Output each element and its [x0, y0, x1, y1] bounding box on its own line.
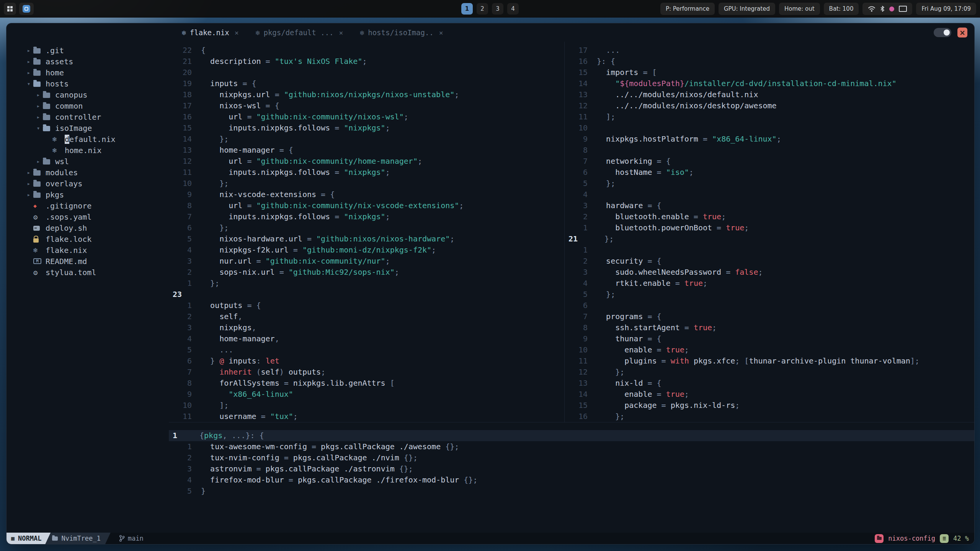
code-line[interactable]: 14 "${modulesPath}/installer/cd-dvd/inst…	[565, 78, 974, 89]
workspace-3[interactable]: 3	[492, 3, 503, 15]
code-line[interactable]: 10 ];	[169, 400, 564, 411]
code-line[interactable]: 16 };	[565, 411, 974, 422]
close-window-button[interactable]: ×	[957, 28, 967, 37]
code-line[interactable]: 13 ../../modules/nixos/default.nix	[565, 89, 974, 100]
tree-item-overlays[interactable]: ▸overlays	[7, 178, 169, 189]
code-line[interactable]: 15 package = pkgs.nix-ld-rs;	[565, 400, 974, 411]
code-line[interactable]: 6 };	[169, 222, 564, 233]
code-line[interactable]: 7 networking = {	[565, 156, 974, 167]
tree-item-flake-lock[interactable]: flake.lock	[7, 233, 169, 245]
code-line[interactable]: 3 sudo.wheelNeedsPassword = false;	[565, 267, 974, 278]
code-line[interactable]: 7 inputs.nixpkgs.follows = "nixpkgs";	[169, 211, 564, 222]
workspace-2[interactable]: 2	[477, 3, 488, 15]
code-line[interactable]: 6 hostName = "iso";	[565, 167, 974, 178]
code-line[interactable]: 8 forAllSystems = nixpkgs.lib.genAttrs [	[169, 378, 564, 389]
code-line[interactable]: 2 tux-nvim-config = pkgs.callPackage ./n…	[169, 452, 974, 463]
code-line[interactable]: 9 "x86_64-linux"	[169, 389, 564, 400]
tree-item-gitignore[interactable]: ◆.gitignore	[7, 200, 169, 211]
code-line[interactable]: 1 outputs = {	[169, 300, 564, 311]
code-line[interactable]: 8 ssh.startAgent = true;	[565, 322, 974, 333]
code-line[interactable]: 1 };	[169, 278, 564, 289]
tree-item-common[interactable]: ▸common	[7, 100, 169, 111]
code-line[interactable]: 10 enable = true;	[565, 344, 974, 355]
code-line[interactable]: 15 imports = [	[565, 67, 974, 78]
tree-item-canopus[interactable]: ▸canopus	[7, 89, 169, 100]
code-line[interactable]: 8	[565, 145, 974, 156]
editor-pane-flake[interactable]: 22{21 description = "tux's NixOS Flake";…	[169, 42, 565, 422]
tree-item-default-nix[interactable]: ❄default.nix	[7, 134, 169, 145]
code-line[interactable]: 4 firefox-mod-blur = pkgs.callPackage ./…	[169, 474, 974, 486]
editor-pane-isoimage[interactable]: 17 ...16}: {15 imports = [14 "${modulesP…	[565, 42, 974, 422]
code-line[interactable]: 12 ../../modules/nixos/desktop/awesome	[565, 100, 974, 111]
code-line[interactable]: 5 ...	[169, 344, 564, 355]
code-line[interactable]: 8 url = "github:nix-community/nix-vscode…	[169, 200, 564, 211]
tree-item-stylua-toml[interactable]: ⚙stylua.toml	[7, 267, 169, 278]
code-line[interactable]: 12 url = "github:nix-community/home-mana…	[169, 156, 564, 167]
code-line[interactable]: 2 self,	[169, 311, 564, 322]
tree-item-isoimage[interactable]: ▾isoImage	[7, 122, 169, 134]
code-line[interactable]: 3 nixpkgs,	[169, 322, 564, 333]
tab-hosts-isoimag[interactable]: ❄hosts/isoImag..×	[353, 23, 450, 42]
app-button[interactable]	[19, 3, 34, 15]
code-line[interactable]: 5 };	[565, 178, 974, 189]
code-line[interactable]: 4 home-manager,	[169, 333, 564, 344]
tree-item-hosts[interactable]: ▾hosts	[7, 78, 169, 89]
editor-pane-pkgs[interactable]: 1{pkgs, ...}: {1 tux-awesome-wm-config =…	[169, 422, 974, 533]
code-line[interactable]: 6	[565, 300, 974, 311]
tree-item-assets[interactable]: ▸assets	[7, 56, 169, 67]
tree-item-pkgs[interactable]: ▸pkgs	[7, 189, 169, 200]
code-line[interactable]: 18 nixpkgs.url = "github:nixos/nixpkgs/n…	[169, 89, 564, 100]
code-line[interactable]: 19 inputs = {	[169, 78, 564, 89]
code-line[interactable]: 21 };	[565, 233, 974, 245]
code-line[interactable]: 2 sops-nix.url = "github:Mic92/sops-nix"…	[169, 267, 564, 278]
code-line[interactable]: 16 url = "github:nix-community/nixos-wsl…	[169, 111, 564, 122]
code-line[interactable]: 4 nixpkgs-f2k.url = "github:moni-dz/nixp…	[169, 245, 564, 256]
code-line[interactable]: 10 };	[169, 178, 564, 189]
code-line[interactable]: 2 security = {	[565, 256, 974, 267]
tree-item-flake-nix[interactable]: ❄flake.nix	[7, 245, 169, 256]
code-line[interactable]: 9 nixpkgs.hostPlatform = "x86_64-linux";	[565, 134, 974, 145]
code-line[interactable]: 2 bluetooth.enable = true;	[565, 211, 974, 222]
workspace-1[interactable]: 1	[461, 3, 473, 15]
code-line[interactable]: 6 } @ inputs: let	[169, 355, 564, 367]
code-line[interactable]: 11 ];	[565, 111, 974, 122]
code-line[interactable]: 13 home-manager = {	[169, 145, 564, 156]
tree-item-home-nix[interactable]: ❄home.nix	[7, 145, 169, 156]
tree-item-readme-md[interactable]: MREADME.md	[7, 256, 169, 267]
code-line[interactable]: 21 description = "tux's NixOS Flake";	[169, 56, 564, 67]
code-line[interactable]: 17 nixos-wsl = {	[169, 100, 564, 111]
close-tab-icon[interactable]: ×	[439, 29, 443, 37]
code-line[interactable]: 10	[565, 122, 974, 134]
code-line[interactable]: 9 thunar = {	[565, 333, 974, 344]
code-line[interactable]: 1 tux-awesome-wm-config = pkgs.callPacka…	[169, 441, 974, 452]
code-line[interactable]: 11 username = "tux";	[169, 411, 564, 422]
tree-item-modules[interactable]: ▸modules	[7, 167, 169, 178]
code-line[interactable]: 7 programs = {	[565, 311, 974, 322]
code-line[interactable]: 1	[565, 245, 974, 256]
code-line[interactable]: 16}: {	[565, 56, 974, 67]
code-line[interactable]: 5}	[169, 486, 974, 497]
tree-item-deploy-sh[interactable]: deploy.sh	[7, 222, 169, 233]
code-line[interactable]: 5 };	[565, 289, 974, 300]
code-line[interactable]: 3 astronvim = pkgs.callPackage ./astronv…	[169, 463, 974, 474]
tree-item-home[interactable]: ▸home	[7, 67, 169, 78]
code-line[interactable]: 20	[169, 67, 564, 78]
code-line[interactable]: 1{pkgs, ...}: {	[169, 430, 974, 441]
code-line[interactable]: 22{	[169, 45, 564, 56]
code-line[interactable]: 12 };	[565, 367, 974, 378]
code-line[interactable]: 14 enable = true;	[565, 389, 974, 400]
code-line[interactable]: 9 nix-vscode-extensions = {	[169, 189, 564, 200]
code-line[interactable]: 15 inputs.nixpkgs.follows = "nixpkgs";	[169, 122, 564, 134]
tree-item-sops-yaml[interactable]: ⚙.sops.yaml	[7, 211, 169, 222]
code-line[interactable]: 4 rtkit.enable = true;	[565, 278, 974, 289]
code-line[interactable]: 11 inputs.nixpkgs.follows = "nixpkgs";	[169, 167, 564, 178]
code-line[interactable]: 4	[565, 189, 974, 200]
code-line[interactable]: 5 nixos-hardware.url = "github:nixos/nix…	[169, 233, 564, 245]
close-tab-icon[interactable]: ×	[235, 29, 239, 37]
code-line[interactable]: 3 hardware = {	[565, 200, 974, 211]
code-line[interactable]: 1 bluetooth.powerOnBoot = true;	[565, 222, 974, 233]
launcher-button[interactable]	[4, 3, 16, 15]
tab-flake-nix[interactable]: ❄flake.nix×	[175, 23, 246, 42]
tab-pkgs-default[interactable]: ❄pkgs/default ...×	[249, 23, 350, 42]
toggle-button[interactable]	[934, 28, 951, 37]
